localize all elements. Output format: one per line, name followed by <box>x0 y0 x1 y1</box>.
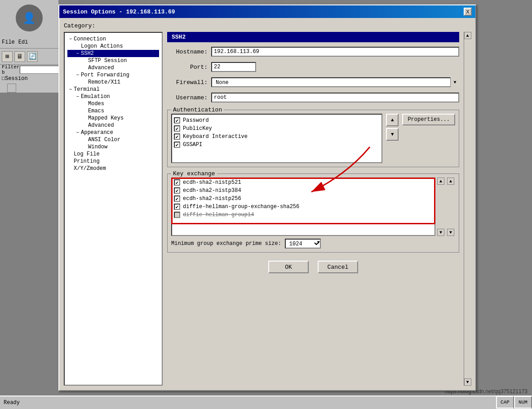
auth-label-password: Password <box>183 117 209 124</box>
tree-item-modes[interactable]: Modes <box>67 100 159 107</box>
username-input[interactable] <box>211 93 459 102</box>
tree-item-emacs[interactable]: Emacs <box>67 107 159 115</box>
port-row: Port: <box>167 61 459 73</box>
auth-label-gssapi: GSSAPI <box>183 142 202 148</box>
kex-item-3: ✔ ecdh-sha2-nistp256 <box>172 195 434 203</box>
ok-button[interactable]: OK <box>268 261 309 273</box>
auth-item-keyboard-interactive: ✔ Keyboard Interactive <box>174 133 380 141</box>
kex-scroll-down-inner[interactable]: ▼ <box>447 229 454 236</box>
auth-scroll-buttons: ▲ ▼ <box>386 114 399 163</box>
kex-inner-scroll: ▲ ▼ <box>447 178 455 236</box>
toolbar-icon-3[interactable]: 🔄 <box>27 51 38 62</box>
tree-item-terminal[interactable]: − Terminal <box>67 86 159 93</box>
toolbar-icon-1[interactable]: ⊞ <box>2 51 13 62</box>
port-label: Port: <box>167 64 208 71</box>
tree-label-logon-actions: Logon Actions <box>81 43 123 49</box>
properties-button[interactable]: Properties... <box>402 114 455 125</box>
auth-item-gssapi: ✔ GSSAPI <box>174 141 380 149</box>
category-tree: − Connection Logon Actions − SSH2 SFTP S… <box>64 32 163 386</box>
collapse-icon-connection: − <box>67 36 74 42</box>
kex-scroll-down-outer[interactable]: ▼ <box>437 229 444 236</box>
tree-item-connection[interactable]: − Connection <box>67 36 159 43</box>
kex-label-1: ecdh-sha2-nistp521 <box>183 179 241 186</box>
kex-item-2: ✔ ecdh-sha2-nistp384 <box>172 187 434 195</box>
num-indicator: NUM <box>514 396 532 409</box>
firewall-row: Firewall: None ▼ <box>167 76 459 88</box>
category-label: Category: <box>64 22 471 29</box>
tree-label-port-forwarding: Port Forwarding <box>81 72 129 78</box>
tree-item-appearance[interactable]: − Appearance <box>67 129 159 136</box>
tree-item-window[interactable]: Window <box>67 143 159 151</box>
hostname-input[interactable] <box>211 47 459 57</box>
tree-item-port-forwarding[interactable]: − Port Forwarding <box>67 71 159 79</box>
cancel-button[interactable]: Cancel <box>318 261 358 273</box>
tree-item-sftp[interactable]: SFTP Session <box>67 57 159 64</box>
sb-up[interactable]: ▲ <box>464 32 471 39</box>
tree-item-xyzmodem[interactable]: X/Y/Zmodem <box>67 165 159 172</box>
tree-item-log-file[interactable]: Log File <box>67 151 159 158</box>
tree-item-ansi-color[interactable]: ANSI Color <box>67 136 159 143</box>
tree-label-emacs: Emacs <box>88 108 104 114</box>
checkbox-keyboard[interactable]: ✔ <box>174 133 180 140</box>
firewall-dropdown-arrow[interactable]: ▼ <box>450 77 459 87</box>
dialog-body: Category: − Connection Logon Actions − S… <box>59 18 475 390</box>
bg-filter-area: Filter b <box>0 65 58 75</box>
key-exchange-groupbox: Key exchange ✔ ecdh-sha2-nistp521 <box>167 173 459 253</box>
tree-item-advanced-ssh[interactable]: Advanced <box>67 64 159 71</box>
kex-label-3: ecdh-sha2-nistp256 <box>183 196 241 202</box>
checkbox-publickey[interactable]: ✔ <box>174 125 180 132</box>
kex-checkbox-2[interactable]: ✔ <box>174 187 180 194</box>
firewall-label: Firewall: <box>167 79 208 86</box>
auth-section: ✔ Password ✔ PublicKey ✔ Keyboard Intera… <box>171 114 455 163</box>
collapse-icon-appearance: − <box>75 130 81 135</box>
checkbox-gssapi[interactable]: ✔ <box>174 142 180 148</box>
tree-label-advanced-terminal: Advanced <box>88 122 114 129</box>
dialog-title: Session Options - 192.168.113.69 <box>63 9 175 15</box>
kex-checkbox-1[interactable]: ✔ <box>174 179 180 186</box>
dialog-close-button[interactable]: X <box>464 8 472 16</box>
tree-item-printing[interactable]: Printing <box>67 158 159 165</box>
kex-checkbox-3[interactable]: ✔ <box>174 196 180 202</box>
port-input[interactable] <box>211 62 256 72</box>
avatar-area: 👤 <box>0 0 58 36</box>
toolbar-icon-2[interactable]: 🖥 <box>14 51 25 62</box>
bg-session-row: □ Session <box>0 75 58 83</box>
tree-label-appearance: Appearance <box>81 129 113 136</box>
min-group-row: Minimum group exchange prime size: 1024 … <box>171 239 455 249</box>
tree-label-window: Window <box>88 144 107 150</box>
cap-indicator: CAP <box>496 396 514 409</box>
checkbox-password[interactable]: ✔ <box>174 117 180 124</box>
auth-scroll-up[interactable]: ▲ <box>386 114 399 126</box>
min-group-select[interactable]: 1024 <box>285 239 321 249</box>
kex-label-4: diffie-hellman-group-exchange-sha256 <box>183 204 299 210</box>
kex-checkbox-4[interactable]: ✔ <box>174 204 180 210</box>
auth-scroll-down[interactable]: ▼ <box>386 128 399 141</box>
bg-session-tree: □ Session <box>0 75 58 93</box>
auth-label-keyboard: Keyboard Interactive <box>183 133 248 140</box>
tree-item-logon-actions[interactable]: Logon Actions <box>67 43 159 50</box>
kex-checkbox-5[interactable] <box>174 212 180 218</box>
tree-item-emulation[interactable]: − Emulation <box>67 93 159 100</box>
firewall-select[interactable]: None <box>211 77 459 87</box>
sb-down[interactable]: ▼ <box>464 378 471 386</box>
tree-item-ssh2[interactable]: − SSH2 <box>67 50 159 57</box>
kex-scroll-up-inner[interactable]: ▲ <box>447 178 454 185</box>
collapse-icon-emulation: − <box>75 94 81 99</box>
tree-item-mapped-keys[interactable]: Mapped Keys <box>67 115 159 122</box>
filter-label: Filter b <box>2 64 20 75</box>
right-panel-scrollbar: ▲ ▼ <box>464 32 471 386</box>
right-panel: SSH2 Hostname: Port: Firewall: None <box>167 32 459 386</box>
kex-scroll-up-outer[interactable]: ▲ <box>437 178 444 185</box>
session-options-dialog: Session Options - 192.168.113.69 X Categ… <box>58 4 476 391</box>
file-menu[interactable]: File <box>2 39 15 45</box>
bg-session-label: Session <box>5 76 27 82</box>
kex-scroll-track-inner <box>447 185 455 229</box>
edit-menu[interactable]: Edi <box>18 39 28 45</box>
tree-label-modes: Modes <box>88 101 104 107</box>
tree-item-advanced-terminal[interactable]: Advanced <box>67 122 159 129</box>
tree-label-mapped-keys: Mapped Keys <box>88 115 124 121</box>
dialog-titlebar: Session Options - 192.168.113.69 X <box>59 5 475 18</box>
tree-label-printing: Printing <box>74 158 100 164</box>
tree-item-remote-x11[interactable]: Remote/X11 <box>67 79 159 86</box>
auth-list: ✔ Password ✔ PublicKey ✔ Keyboard Intera… <box>171 114 382 163</box>
